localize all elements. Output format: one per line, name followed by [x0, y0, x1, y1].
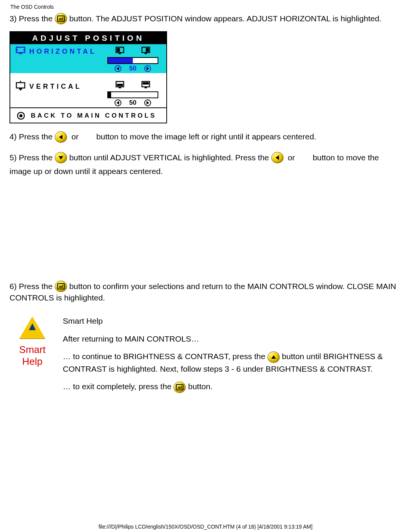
svg-marker-25	[116, 101, 119, 105]
vertical-value: 50	[129, 99, 137, 107]
osd-row-horizontal: HORIZONTAL 50	[10, 44, 166, 73]
left-arrow-icon	[114, 99, 122, 107]
vertical-value-row: 50	[114, 99, 152, 107]
svg-rect-14	[16, 83, 25, 88]
svg-marker-13	[147, 67, 149, 70]
svg-rect-1	[19, 53, 22, 54]
step5-a: 5) Press the	[10, 153, 55, 162]
smart-help-label: SmartHelp	[10, 344, 55, 367]
step-5: 5) Press the button until ADJUST VERTICA…	[10, 152, 401, 163]
svg-marker-32	[276, 155, 279, 160]
ok-icon: ad	[55, 281, 67, 292]
vertical-icon	[16, 81, 25, 93]
svg-marker-31	[59, 156, 63, 160]
step5-b: button until ADJUST VERTICAL is highligh…	[69, 153, 271, 162]
smart-help-title: Smart Help	[63, 315, 401, 328]
step6-pre: 6) Press the	[10, 282, 55, 291]
warning-icon	[19, 316, 45, 339]
horizontal-value: 50	[129, 65, 137, 72]
sh-line3b: button.	[188, 382, 212, 391]
svg-marker-11	[116, 67, 119, 70]
sh-line2a: … to continue to BRIGHTNESS & CONTRAST, …	[63, 352, 268, 361]
svg-rect-22	[143, 82, 149, 85]
shift-up-icon	[140, 81, 151, 89]
left-button-icon	[271, 152, 284, 163]
back-icon	[17, 112, 25, 120]
svg-rect-20	[119, 87, 121, 88]
osd-title: ADJUST POSITION	[10, 32, 166, 44]
left-button-icon	[55, 131, 67, 143]
smart-help-line3: … to exit completely, press the ad butto…	[63, 380, 401, 393]
osd-panel: ADJUST POSITION HORIZONTAL 50	[10, 31, 167, 123]
step4-mid: or button to move the image left or righ…	[69, 133, 316, 141]
step3-pre: 3) Press the	[10, 14, 55, 23]
svg-rect-8	[146, 48, 149, 52]
horizontal-bar	[107, 57, 158, 64]
right-arrow-icon	[144, 99, 151, 107]
svg-rect-23	[145, 87, 147, 88]
vertical-label: VERTICAL	[29, 83, 82, 91]
smart-help-line1: After returning to MAIN CONTROLS…	[63, 333, 401, 345]
step4-pre: 4) Press the	[10, 133, 53, 141]
step-6: 6) Press the ad button to confirm your s…	[10, 281, 401, 304]
horizontal-value-row: 50	[114, 65, 152, 72]
svg-marker-27	[147, 101, 149, 105]
svg-rect-6	[119, 53, 121, 54]
page-header: The OSD Controls	[10, 4, 401, 10]
step3-post: button. The ADJUST POSITION window appea…	[69, 14, 382, 23]
step-3: 3) Press the ad button. The ADJUST POSIT…	[10, 13, 401, 24]
up-button-icon	[268, 351, 280, 363]
smart-help-line2: … to continue to BRIGHTNESS & CONTRAST, …	[63, 350, 401, 375]
svg-marker-30	[59, 135, 62, 139]
svg-rect-19	[117, 84, 123, 86]
down-button-icon	[55, 152, 67, 163]
vertical-bar	[107, 91, 158, 98]
blank-space	[10, 179, 401, 278]
smart-help-block: SmartHelp Smart Help After returning to …	[10, 315, 401, 398]
sh-line3a: … to exit completely, press the	[63, 382, 174, 391]
step5-d: image up or down until it appears center…	[10, 167, 163, 176]
ok-icon: ad	[55, 13, 67, 24]
horizontal-label: HORIZONTAL	[29, 48, 97, 56]
right-arrow-icon	[144, 65, 151, 72]
svg-point-29	[19, 114, 22, 117]
shift-down-icon	[115, 81, 125, 89]
osd-footer-text: BACK TO MAIN CONTROLS	[31, 112, 156, 120]
step-4: 4) Press the or button to move the image…	[10, 131, 401, 142]
svg-rect-9	[145, 53, 147, 54]
left-arrow-icon	[114, 65, 122, 72]
ok-icon: ad	[174, 382, 186, 393]
horizontal-icon	[16, 46, 25, 57]
step5-d-line: image up or down until it appears center…	[10, 166, 401, 177]
step5-c: or button to move the	[285, 153, 379, 162]
page-footer: file:///D|/Philips LCD/english/150X/OSD/…	[0, 524, 411, 530]
osd-footer: BACK TO MAIN CONTROLS	[10, 107, 166, 123]
svg-rect-5	[117, 48, 120, 52]
step6-post: button to confirm your selections and re…	[10, 282, 396, 302]
shift-right-icon	[140, 46, 151, 55]
osd-row-vertical: VERTICAL 50	[10, 78, 166, 107]
shift-left-icon	[115, 46, 125, 55]
svg-marker-33	[271, 355, 276, 359]
